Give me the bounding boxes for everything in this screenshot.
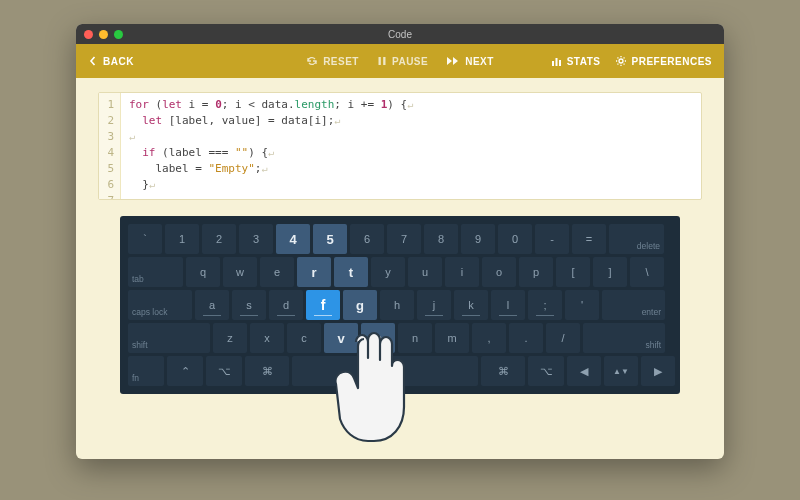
newline-icon: ↵: [129, 131, 135, 142]
newline-icon: ↵: [149, 179, 155, 190]
newline-icon: ↵: [268, 147, 274, 158]
keyboard-row: ` 1 2 3 4 5 6 7 8 9 0 - = delete: [128, 224, 672, 254]
key-p[interactable]: p: [519, 257, 553, 287]
key-f[interactable]: f: [306, 290, 340, 320]
key-2[interactable]: 2: [202, 224, 236, 254]
key-e[interactable]: e: [260, 257, 294, 287]
stats-button[interactable]: STATS: [551, 56, 601, 67]
key-3[interactable]: 3: [239, 224, 273, 254]
key-k[interactable]: k: [454, 290, 488, 320]
key-command-left[interactable]: ⌘: [245, 356, 289, 386]
key-5[interactable]: 5: [313, 224, 347, 254]
svg-rect-1: [383, 57, 385, 65]
chevron-left-icon: [88, 56, 98, 66]
newline-icon: ↵: [407, 99, 413, 110]
key-0[interactable]: 0: [498, 224, 532, 254]
key-control[interactable]: ⌃: [167, 356, 203, 386]
key-b[interactable]: b: [361, 323, 395, 353]
key-option-left[interactable]: ⌥: [206, 356, 242, 386]
key-j[interactable]: j: [417, 290, 451, 320]
key-arrow-updown[interactable]: ▲▼: [604, 356, 638, 386]
key-h[interactable]: h: [380, 290, 414, 320]
back-button[interactable]: BACK: [88, 56, 134, 67]
key-s[interactable]: s: [232, 290, 266, 320]
svg-rect-2: [552, 61, 554, 66]
key-i[interactable]: i: [445, 257, 479, 287]
back-label: BACK: [103, 56, 134, 67]
key-period[interactable]: .: [509, 323, 543, 353]
key-c[interactable]: c: [287, 323, 321, 353]
key-backtick[interactable]: `: [128, 224, 162, 254]
key-u[interactable]: u: [408, 257, 442, 287]
key-d[interactable]: d: [269, 290, 303, 320]
newline-icon: ↵: [261, 163, 267, 174]
key-8[interactable]: 8: [424, 224, 458, 254]
key-semicolon[interactable]: ;: [528, 290, 562, 320]
key-left-bracket[interactable]: [: [556, 257, 590, 287]
bar-chart-icon: [551, 56, 562, 67]
code-line: if (label === "") {↵: [129, 145, 413, 161]
key-q[interactable]: q: [186, 257, 220, 287]
key-arrow-right[interactable]: ▶: [641, 356, 675, 386]
pause-label: PAUSE: [392, 56, 428, 67]
newline-icon: ↵: [334, 115, 340, 126]
key-enter[interactable]: enter: [602, 290, 665, 320]
next-label: NEXT: [465, 56, 494, 67]
keyboard-row: shift z x c v b n m , . / shift: [128, 323, 672, 353]
key-minus[interactable]: -: [535, 224, 569, 254]
reset-button[interactable]: RESET: [306, 56, 359, 67]
pause-button[interactable]: PAUSE: [377, 56, 428, 67]
line-gutter: 1 2 3 4 5 6 7: [99, 93, 121, 199]
key-backslash[interactable]: \: [630, 257, 664, 287]
key-fn[interactable]: fn: [128, 356, 164, 386]
key-g[interactable]: g: [343, 290, 377, 320]
line-number: 1: [103, 97, 114, 113]
key-v[interactable]: v: [324, 323, 358, 353]
key-o[interactable]: o: [482, 257, 516, 287]
key-shift-right[interactable]: shift: [583, 323, 665, 353]
key-1[interactable]: 1: [165, 224, 199, 254]
toolbar: BACK RESET PAUSE NEXT: [76, 44, 724, 78]
key-tab[interactable]: tab: [128, 257, 183, 287]
keyboard-row: tab q w e r t y u i o p [ ] \: [128, 257, 672, 287]
key-comma[interactable]: ,: [472, 323, 506, 353]
key-quote[interactable]: ': [565, 290, 599, 320]
key-arrow-left[interactable]: ◀: [567, 356, 601, 386]
code-line: ↵: [129, 129, 413, 145]
key-equals[interactable]: =: [572, 224, 606, 254]
key-y[interactable]: y: [371, 257, 405, 287]
key-x[interactable]: x: [250, 323, 284, 353]
line-number: 2: [103, 113, 114, 129]
content-area: 1 2 3 4 5 6 7 for (let i = 0; i < data.l…: [76, 78, 724, 408]
key-slash[interactable]: /: [546, 323, 580, 353]
code-line: let [label, value] = data[i];↵: [129, 113, 413, 129]
key-9[interactable]: 9: [461, 224, 495, 254]
key-caps-lock[interactable]: caps lock: [128, 290, 192, 320]
code-editor[interactable]: 1 2 3 4 5 6 7 for (let i = 0; i < data.l…: [98, 92, 702, 200]
key-4[interactable]: 4: [276, 224, 310, 254]
fast-forward-icon: [446, 56, 460, 66]
key-command-right[interactable]: ⌘: [481, 356, 525, 386]
key-l[interactable]: l: [491, 290, 525, 320]
pause-icon: [377, 56, 387, 66]
key-t[interactable]: t: [334, 257, 368, 287]
key-w[interactable]: w: [223, 257, 257, 287]
line-number: 7: [103, 193, 114, 200]
key-z[interactable]: z: [213, 323, 247, 353]
key-shift-left[interactable]: shift: [128, 323, 210, 353]
key-right-bracket[interactable]: ]: [593, 257, 627, 287]
key-delete[interactable]: delete: [609, 224, 664, 254]
key-6[interactable]: 6: [350, 224, 384, 254]
next-button[interactable]: NEXT: [446, 56, 494, 67]
key-space[interactable]: [292, 356, 478, 386]
preferences-button[interactable]: PREFERENCES: [615, 55, 713, 67]
key-option-right[interactable]: ⌥: [528, 356, 564, 386]
key-m[interactable]: m: [435, 323, 469, 353]
line-number: 5: [103, 161, 114, 177]
preferences-label: PREFERENCES: [632, 56, 713, 67]
line-number: 6: [103, 177, 114, 193]
key-r[interactable]: r: [297, 257, 331, 287]
key-7[interactable]: 7: [387, 224, 421, 254]
key-n[interactable]: n: [398, 323, 432, 353]
key-a[interactable]: a: [195, 290, 229, 320]
